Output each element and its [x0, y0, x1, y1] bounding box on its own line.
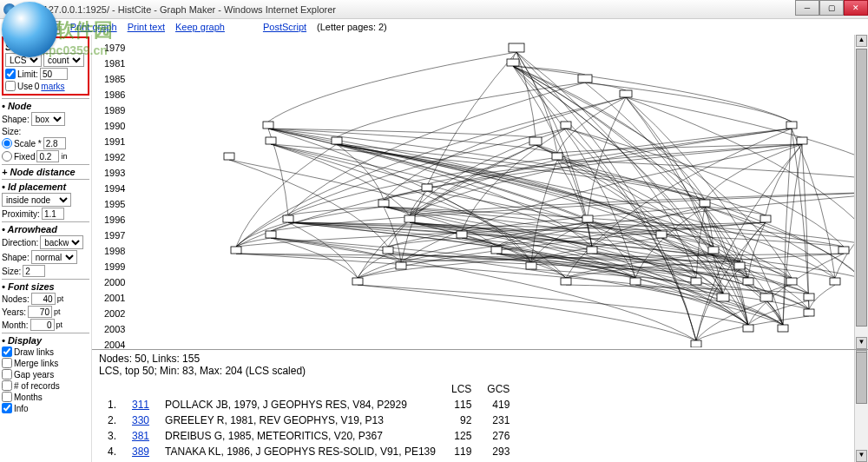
graph-node[interactable]: [717, 294, 729, 301]
graph-node[interactable]: [786, 122, 797, 129]
graph-node[interactable]: [656, 231, 667, 238]
gap-years-checkbox[interactable]: [2, 369, 12, 380]
scale-radio[interactable]: [2, 138, 12, 148]
citation-id-link[interactable]: 311: [132, 399, 149, 411]
merge-links-checkbox[interactable]: [2, 358, 12, 368]
graph-node[interactable]: [578, 75, 592, 82]
info-checkbox[interactable]: [2, 403, 12, 413]
graph-canvas[interactable]: 1979198119851986198919901991199219931994…: [92, 35, 868, 349]
table-row: 3.381 DREIBUS G, 1985, METEORITICS, V20,…: [101, 429, 516, 443]
citation-graph: [135, 35, 868, 347]
graph-node[interactable]: [266, 137, 276, 144]
graph-node[interactable]: [383, 247, 393, 254]
scale-input[interactable]: [43, 137, 66, 149]
graph-node[interactable]: [529, 137, 542, 145]
graph-node[interactable]: [332, 137, 342, 144]
graph-scrollbar[interactable]: ▲ ▼: [854, 35, 868, 349]
graph-node[interactable]: [804, 294, 814, 300]
proximity-input[interactable]: [42, 208, 64, 220]
graph-node[interactable]: [620, 90, 632, 97]
graph-node[interactable]: [224, 153, 234, 160]
limit-checkbox[interactable]: [5, 69, 16, 79]
maximize-button[interactable]: ▢: [819, 0, 844, 16]
graph-node[interactable]: [691, 278, 701, 285]
graph-node[interactable]: [266, 231, 276, 238]
citation-id-link[interactable]: 381: [132, 430, 149, 442]
font-nodes-input[interactable]: [31, 293, 56, 305]
postscript-link[interactable]: PostScript: [263, 22, 306, 32]
graph-node[interactable]: [263, 122, 273, 129]
graph-node[interactable]: [582, 215, 593, 222]
scroll-down-icon[interactable]: ▼: [856, 450, 867, 462]
citation-id-link[interactable]: 330: [132, 414, 149, 426]
graph-node[interactable]: [509, 43, 524, 52]
graph-node[interactable]: [561, 278, 571, 285]
graph-node[interactable]: [838, 247, 849, 254]
graph-node[interactable]: [700, 200, 710, 207]
fixed-radio[interactable]: [2, 151, 12, 162]
months-checkbox[interactable]: [2, 392, 12, 402]
citation-id-link[interactable]: 389: [132, 446, 149, 458]
graph-node[interactable]: [526, 262, 536, 269]
year-label: 2001: [104, 290, 125, 306]
records-checkbox[interactable]: [2, 380, 12, 391]
graph-node[interactable]: [378, 200, 389, 207]
graph-node[interactable]: [587, 247, 597, 254]
graph-node[interactable]: [734, 262, 745, 269]
node-distance-title[interactable]: + Node distance: [2, 167, 89, 177]
graph-node[interactable]: [760, 215, 771, 222]
graph-node[interactable]: [491, 247, 502, 254]
arrow-shape-select[interactable]: normal: [31, 250, 77, 264]
graph-node[interactable]: [352, 278, 363, 285]
year-label: 1998: [104, 243, 125, 259]
year-label: 1981: [104, 56, 125, 71]
graph-node[interactable]: [797, 137, 807, 144]
marks-link[interactable]: marks: [41, 82, 64, 91]
year-label: 1996: [104, 212, 125, 228]
graph-node[interactable]: [786, 278, 797, 285]
direction-select[interactable]: backward: [40, 235, 83, 249]
scroll-thumb[interactable]: [856, 49, 867, 327]
graph-node[interactable]: [743, 278, 753, 285]
keep-graph-link[interactable]: Keep graph: [175, 22, 225, 32]
graph-node[interactable]: [396, 262, 406, 269]
graph-node[interactable]: [552, 153, 562, 160]
graph-node[interactable]: [760, 294, 773, 301]
graph-node[interactable]: [404, 215, 415, 222]
panel-scrollbar[interactable]: ▲ ▼: [854, 350, 868, 462]
graph-node[interactable]: [830, 278, 840, 285]
graph-node[interactable]: [630, 278, 641, 285]
font-years-label: Years:: [2, 307, 26, 317]
year-label: 2004: [104, 337, 125, 349]
limit-input[interactable]: [40, 68, 68, 80]
graph-node[interactable]: [507, 59, 519, 66]
id-placement-select[interactable]: inside node: [2, 193, 71, 207]
graph-node[interactable]: [691, 340, 701, 347]
graph-node[interactable]: [422, 184, 432, 191]
scroll-thumb[interactable]: [856, 352, 867, 404]
graph-node[interactable]: [283, 215, 293, 222]
graph-node[interactable]: [804, 309, 814, 316]
arrow-size-label: Size:: [2, 267, 21, 276]
minimize-button[interactable]: ─: [795, 0, 819, 16]
font-years-input[interactable]: [28, 306, 52, 318]
graph-node[interactable]: [561, 122, 571, 129]
graph-node[interactable]: [708, 247, 719, 254]
arrow-size-input[interactable]: [23, 265, 45, 277]
draw-links-checkbox[interactable]: [2, 346, 12, 357]
graph-node[interactable]: [743, 325, 753, 332]
table-row: 1.311 POLLACK JB, 1979, J GEOPHYS RES, V…: [101, 398, 516, 412]
graph-node[interactable]: [457, 231, 467, 238]
print-text-link[interactable]: Print text: [128, 22, 165, 32]
fixed-unit: in: [61, 152, 67, 161]
graph-node[interactable]: [231, 247, 241, 254]
scroll-up-icon[interactable]: ▲: [856, 35, 867, 47]
use-marks-checkbox[interactable]: [5, 81, 16, 91]
close-button[interactable]: ✕: [844, 0, 868, 16]
graph-node[interactable]: [778, 325, 788, 332]
node-shape-select[interactable]: box: [31, 112, 65, 126]
fixed-input[interactable]: [36, 150, 59, 162]
scroll-down-icon[interactable]: ▼: [856, 337, 867, 349]
print-graph-link[interactable]: Print graph: [70, 22, 117, 32]
font-month-input[interactable]: [30, 319, 55, 331]
